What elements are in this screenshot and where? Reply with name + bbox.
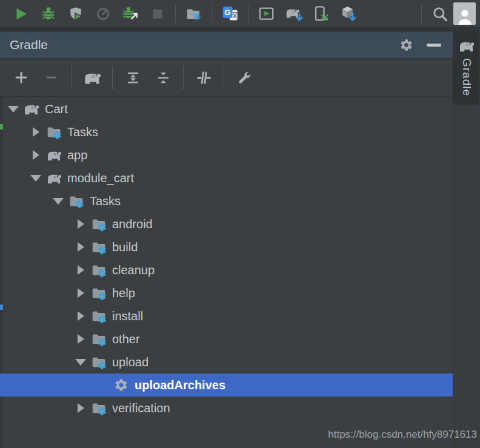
person-icon xyxy=(456,8,474,25)
tree-row-upload[interactable]: upload xyxy=(0,351,453,374)
gradle-elephant-icon xyxy=(45,170,62,186)
profiler-gauge-icon xyxy=(95,6,111,22)
gradle-panel-header: Gradle xyxy=(0,31,453,59)
tree-row-install[interactable]: install xyxy=(0,305,453,328)
attach-debugger-button[interactable] xyxy=(116,0,144,27)
toolbar-separator xyxy=(212,5,212,23)
chevron-down-icon[interactable] xyxy=(51,194,65,208)
avd-manager-button[interactable] xyxy=(307,0,335,27)
chevron-right-icon[interactable] xyxy=(28,148,43,162)
chevron-right-icon[interactable] xyxy=(73,401,88,415)
run-anything-button[interactable] xyxy=(253,0,280,27)
run-button[interactable] xyxy=(7,0,35,27)
collapse-all-button[interactable] xyxy=(153,67,173,88)
tree-row-tasks[interactable]: Tasks xyxy=(0,120,453,143)
toolbar-separator xyxy=(72,65,72,90)
chevron-right-icon[interactable] xyxy=(28,125,43,139)
toggle-offline-mode-button[interactable] xyxy=(193,67,214,88)
tree-row-label: help xyxy=(112,286,135,300)
user-avatar[interactable] xyxy=(453,2,476,25)
tree-row-cleanup[interactable]: cleanup xyxy=(0,259,453,282)
window-play-icon xyxy=(258,5,275,22)
debug-button[interactable] xyxy=(35,0,62,27)
tasks-folder-icon xyxy=(90,216,107,232)
tree-row-label: uploadArchives xyxy=(135,378,225,392)
tree-row-label: build xyxy=(112,240,138,254)
chevron-right-icon[interactable] xyxy=(73,286,88,300)
stop-button[interactable] xyxy=(144,0,171,27)
search-icon xyxy=(432,5,448,22)
toolbar-separator xyxy=(224,65,224,90)
run-with-coverage-button[interactable] xyxy=(62,0,89,27)
chevron-down-icon[interactable] xyxy=(6,102,21,116)
tree-row-other[interactable]: other xyxy=(0,328,453,351)
tree-row-module-cart[interactable]: module_cart xyxy=(0,166,453,189)
svg-text:G: G xyxy=(224,8,230,17)
debug-bug-icon xyxy=(41,6,56,22)
gradle-tree-area: Cart Tasks app xyxy=(0,97,453,448)
tree-row-label: other xyxy=(112,332,140,346)
expand-all-icon xyxy=(125,70,141,85)
tool-window-stripe: Gradle xyxy=(453,31,479,448)
tasks-folder-icon xyxy=(90,400,107,416)
tasks-folder-icon xyxy=(90,331,107,347)
remove-gradle-project-button[interactable] xyxy=(41,67,62,88)
toolbar-divider xyxy=(0,27,480,31)
gradle-elephant-icon xyxy=(83,70,102,85)
tasks-folder-icon xyxy=(90,308,107,324)
cube-download-icon xyxy=(340,5,356,22)
tree-row-label: Tasks xyxy=(67,125,98,139)
chevron-right-icon[interactable] xyxy=(73,263,88,277)
gradle-side-tab[interactable]: Gradle xyxy=(453,31,479,105)
gradle-task-gear-icon xyxy=(113,377,130,393)
main-toolbar: G xyxy=(0,0,480,27)
translate-button[interactable]: G xyxy=(216,0,244,27)
gradle-settings-button[interactable] xyxy=(234,67,255,88)
tasks-folder-icon xyxy=(68,193,85,209)
tree-row-label: verification xyxy=(112,401,170,415)
tree-row-build[interactable]: build xyxy=(0,236,453,259)
toolbar-separator xyxy=(112,65,113,90)
tasks-folder-icon xyxy=(90,262,107,278)
tree-row-upload-archives[interactable]: uploadArchives xyxy=(0,374,453,397)
chevron-right-icon[interactable] xyxy=(73,332,88,346)
chevron-down-icon[interactable] xyxy=(73,355,88,369)
chevron-down-icon[interactable] xyxy=(28,171,43,185)
android-studio-gradle-window: G xyxy=(0,0,480,448)
offline-mode-icon xyxy=(196,70,212,85)
tree-row-label: cleanup xyxy=(112,263,155,277)
run-icon xyxy=(13,6,29,22)
tree-row-android[interactable]: android xyxy=(0,212,453,236)
toolbar-separator xyxy=(248,5,248,23)
side-tab-label: Gradle xyxy=(460,58,473,96)
folder-modules-icon xyxy=(185,5,202,22)
expand-all-button[interactable] xyxy=(122,67,143,88)
gradle-sync-button[interactable] xyxy=(280,0,307,27)
wrench-icon xyxy=(237,70,252,85)
gradle-panel-toolbar xyxy=(0,59,453,97)
panel-hide-button[interactable] xyxy=(425,36,443,54)
gear-icon xyxy=(399,38,413,52)
profile-button[interactable] xyxy=(89,0,116,27)
tree-row-cart[interactable]: Cart xyxy=(0,97,453,120)
plus-icon xyxy=(14,70,28,85)
chevron-right-icon[interactable] xyxy=(73,217,88,231)
minimize-icon xyxy=(427,44,441,47)
gradle-sync-elephant-icon xyxy=(285,6,303,22)
tree-row-help[interactable]: help xyxy=(0,282,453,305)
tree-row-tasks-module[interactable]: Tasks xyxy=(0,189,453,212)
search-everywhere-button[interactable] xyxy=(426,0,453,27)
tree-row-verification[interactable]: verification xyxy=(0,397,453,420)
chevron-right-icon[interactable] xyxy=(73,309,88,323)
capture-button[interactable] xyxy=(180,0,207,27)
tree-row-app[interactable]: app xyxy=(0,143,453,166)
sdk-manager-button[interactable] xyxy=(335,0,362,27)
chevron-right-icon[interactable] xyxy=(73,240,88,254)
refresh-gradle-projects-button[interactable] xyxy=(82,67,102,88)
add-gradle-project-button[interactable] xyxy=(11,67,32,88)
gradle-elephant-icon xyxy=(458,39,475,53)
tasks-folder-icon xyxy=(45,124,62,140)
tree-row-label: Tasks xyxy=(90,194,121,208)
gradle-elephant-icon xyxy=(23,101,40,117)
panel-settings-button[interactable] xyxy=(397,36,415,54)
